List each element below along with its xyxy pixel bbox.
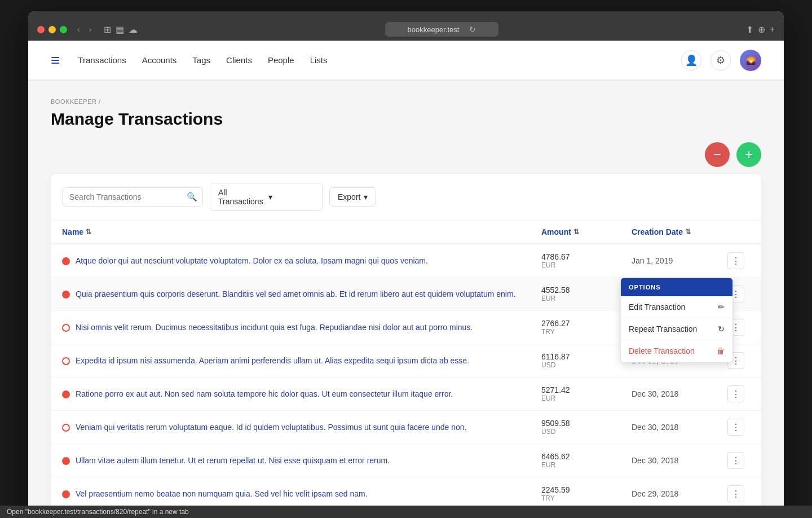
avatar[interactable]: 🌄: [740, 50, 761, 71]
nav-link-accounts[interactable]: Accounts: [142, 55, 177, 65]
status-dot-filled: [62, 490, 70, 498]
row-date-5: Dec 30, 2018: [632, 389, 722, 398]
share-icon[interactable]: ⬆: [746, 24, 753, 35]
search-icon: 🔍: [187, 192, 197, 202]
row-amount-2: 4552.58 EUR: [541, 286, 632, 302]
close-traffic-light[interactable]: [37, 26, 45, 33]
browser-chrome: ‹ › ⊞ ▤ ☁ bookkeeper.test ↻ ⬆ ⊕ +: [28, 11, 784, 41]
sort-name-icon: ⇅: [86, 228, 91, 236]
col-header-date[interactable]: Creation Date ⇅: [632, 227, 722, 236]
more-button-6[interactable]: ⋮: [727, 419, 744, 436]
remove-button[interactable]: −: [705, 142, 730, 167]
table-row: Atque dolor qui aut nesciunt voluptate v…: [51, 244, 761, 278]
nav-link-transactions[interactable]: Transactions: [78, 55, 126, 65]
address-bar[interactable]: bookkeeper.test ↻: [385, 22, 499, 37]
nav-links: Transactions Accounts Tags Clients Peopl…: [78, 55, 327, 65]
export-label: Export: [338, 192, 360, 201]
row-name-2[interactable]: Quia praesentium quis corporis deserunt.…: [62, 289, 541, 298]
sort-date-icon: ⇅: [685, 228, 691, 236]
cloud-icon: ☁: [129, 24, 138, 35]
browser-action-buttons: ⬆ ⊕ +: [746, 24, 775, 35]
avatar-image: 🌄: [746, 56, 756, 65]
col-header-name[interactable]: Name ⇅: [62, 227, 541, 236]
trash-icon: 🗑: [717, 346, 725, 355]
toolbar: − +: [51, 142, 761, 167]
page-title: Manage Transactions: [51, 109, 761, 129]
maximize-traffic-light[interactable]: [60, 26, 67, 33]
edit-icon: ✏: [718, 302, 725, 311]
table-row: Ratione porro ex aut aut. Non sed nam so…: [51, 377, 761, 411]
filter-bar: 🔍 All Transactions ▾ Export ▾: [51, 174, 761, 221]
nav-link-lists[interactable]: Lists: [310, 55, 328, 65]
status-dot-outline: [62, 324, 70, 332]
nav-buttons: ‹ ›: [74, 23, 95, 36]
row-name-5[interactable]: Ratione porro ex aut aut. Non sed nam so…: [62, 389, 541, 398]
row-actions-7: ⋮: [722, 452, 750, 469]
breadcrumb: BOOKKEEPER /: [51, 98, 761, 105]
breadcrumb-root: BOOKKEEPER: [51, 98, 96, 105]
status-dot-filled: [62, 291, 70, 298]
status-dot-filled: [62, 390, 70, 398]
status-dot-filled: [62, 257, 70, 265]
delete-transaction-option[interactable]: Delete Transaction 🗑: [621, 340, 732, 362]
new-tab-icon[interactable]: ⊕: [758, 24, 765, 35]
user-icon-button[interactable]: 👤: [681, 50, 701, 71]
minimize-traffic-light[interactable]: [48, 26, 56, 33]
row-actions-1: ⋮: [722, 252, 750, 269]
more-button-5[interactable]: ⋮: [727, 385, 744, 402]
status-dot-outline: [62, 357, 70, 365]
row-date-8: Dec 29, 2018: [632, 489, 722, 498]
more-button-1[interactable]: ⋮: [727, 252, 744, 269]
row-name-6[interactable]: Veniam qui veritatis rerum voluptatum ea…: [62, 423, 541, 432]
row-name-3[interactable]: Nisi omnis velit rerum. Ducimus necessit…: [62, 323, 541, 332]
export-chevron-icon: ▾: [364, 192, 368, 201]
logo[interactable]: ≡: [51, 51, 60, 69]
user-icon: 👤: [685, 54, 698, 67]
forward-button[interactable]: ›: [86, 23, 95, 36]
row-actions-6: ⋮: [722, 419, 750, 436]
export-button[interactable]: Export ▾: [329, 187, 376, 207]
table-row: Veniam qui veritatis rerum voluptatum ea…: [51, 411, 761, 444]
refresh-icon[interactable]: ↻: [469, 25, 476, 34]
add-button[interactable]: +: [736, 142, 761, 167]
col-header-amount[interactable]: Amount ⇅: [541, 227, 632, 236]
row-actions-8: ⋮: [722, 485, 750, 502]
search-input[interactable]: [62, 187, 203, 207]
nav-right: 👤 ⚙ 🌄: [681, 50, 761, 71]
main-content: BOOKKEEPER / Manage Transactions − + 🔍 A…: [28, 80, 784, 518]
table-container: 🔍 All Transactions ▾ Export ▾: [51, 174, 761, 511]
delete-transaction-label: Delete Transaction: [629, 346, 695, 355]
nav-link-clients[interactable]: Clients: [226, 55, 252, 65]
top-nav: ≡ Transactions Accounts Tags Clients Peo…: [28, 41, 784, 80]
filter-dropdown[interactable]: All Transactions ▾: [210, 183, 323, 211]
col-header-actions: [722, 227, 750, 236]
row-amount-1: 4786.67 EUR: [541, 252, 632, 269]
url-text: bookkeeper.test: [408, 25, 460, 34]
back-button[interactable]: ‹: [74, 23, 83, 36]
row-name-4[interactable]: Expedita id ipsum nisi assumenda. Aperia…: [62, 356, 541, 365]
repeat-transaction-option[interactable]: Repeat Transaction ↻: [621, 318, 732, 340]
settings-icon-button[interactable]: ⚙: [710, 50, 731, 71]
nav-link-tags[interactable]: Tags: [192, 55, 210, 65]
row-amount-5: 5271.42 EUR: [541, 385, 632, 402]
more-button-7[interactable]: ⋮: [727, 452, 744, 469]
row-name-7[interactable]: Ullam vitae autem illum tenetur. Ut et r…: [62, 456, 541, 465]
status-bar-text: Open "bookkeeper.test/transactions/820/r…: [7, 508, 189, 516]
gear-icon: ⚙: [716, 54, 725, 67]
chevron-down-icon: ▾: [268, 192, 314, 201]
row-actions-5: ⋮: [722, 385, 750, 402]
repeat-icon: ↻: [718, 324, 725, 333]
grid-icon: ⊞: [104, 24, 111, 35]
table-header: Name ⇅ Amount ⇅ Creation Date ⇅: [51, 221, 761, 244]
row-name-8[interactable]: Vel praesentium nemo beatae non numquam …: [62, 489, 541, 498]
row-name-1[interactable]: Atque dolor qui aut nesciunt voluptate v…: [62, 256, 541, 265]
nav-link-people[interactable]: People: [268, 55, 294, 65]
add-icon[interactable]: +: [770, 24, 775, 35]
table-row: Quia praesentium quis corporis deserunt.…: [51, 278, 761, 311]
repeat-transaction-label: Repeat Transaction: [629, 324, 697, 333]
edit-transaction-option[interactable]: Edit Transaction ✏: [621, 296, 732, 318]
sidebar-icon: ▤: [116, 24, 124, 35]
address-bar-group: bookkeeper.test ↻: [144, 22, 739, 37]
app-content: ≡ Transactions Accounts Tags Clients Peo…: [28, 41, 784, 518]
more-button-8[interactable]: ⋮: [727, 485, 744, 502]
